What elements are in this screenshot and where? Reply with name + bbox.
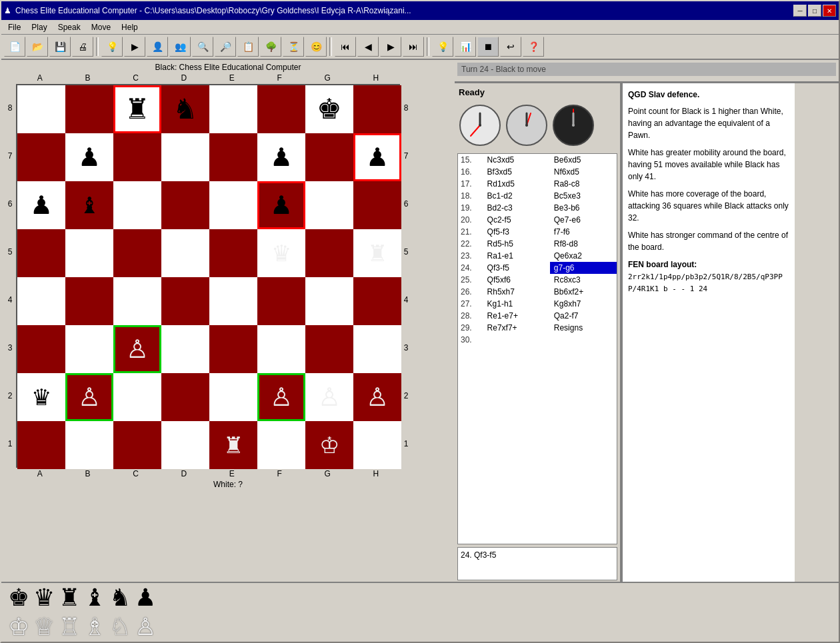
square-b3[interactable] [65,325,113,373]
move-white-17[interactable]: Rd1xd5 [483,178,550,190]
copy-button[interactable]: 📋 [237,37,259,57]
square-e1[interactable]: ♜ [209,421,257,469]
tray-black-rook[interactable]: ♜ [57,584,81,611]
tray-black-queen[interactable]: ♛ [32,584,56,611]
square-h2[interactable]: ♙ [353,373,401,421]
square-e5[interactable] [209,229,257,277]
square-b4[interactable] [65,277,113,325]
move-white-27[interactable]: Kg1-h1 [483,298,550,310]
square-g2[interactable]: ♙ [305,373,353,421]
move-white-25[interactable]: Qf5xf6 [483,274,550,286]
tray-white-bishop[interactable]: ♗ [83,614,107,640]
tray-black-king[interactable]: ♚ [7,584,31,611]
square-c6[interactable] [113,181,161,229]
square-e8[interactable] [209,85,257,133]
square-h1[interactable] [353,421,401,469]
move-white-28[interactable]: Re1-e7+ [483,310,550,322]
move-white-15[interactable]: Nc3xd5 [483,154,550,166]
stop-button[interactable]: ⏹ [477,37,499,57]
nav-first[interactable]: ⏮ [335,37,356,57]
next-move-button[interactable]: ▶ [124,37,145,57]
bulb-button[interactable]: 💡 [432,37,453,57]
undo-button[interactable]: ↩ [500,37,521,57]
menu-help[interactable]: Help [117,21,142,33]
menu-play[interactable]: Play [27,21,51,33]
square-h3[interactable] [353,325,401,373]
hint-button[interactable]: 💡 [101,37,123,57]
search2-button[interactable]: 🔎 [215,37,236,57]
menu-move[interactable]: Move [87,21,115,33]
square-b8[interactable] [65,85,113,133]
square-d2[interactable] [161,373,209,421]
tray-white-rook[interactable]: ♖ [57,614,81,640]
menu-file[interactable]: File [4,21,25,33]
move-black-19[interactable]: Be3-b6 [550,202,617,214]
move-black-17[interactable]: Ra8-c8 [550,178,617,190]
square-f8[interactable] [257,85,305,133]
square-g6[interactable] [305,181,353,229]
square-c8[interactable]: ♜ [113,85,161,133]
square-c3[interactable]: ♙ [113,325,161,373]
square-a3[interactable] [17,325,65,373]
move-black-26[interactable]: Bb6xf2+ [550,286,617,298]
square-e4[interactable] [209,277,257,325]
square-e2[interactable] [209,373,257,421]
square-f5[interactable]: ♛ [257,229,305,277]
square-a6[interactable]: ♟ [17,181,65,229]
players-button[interactable]: 👥 [169,37,191,57]
move-black-15[interactable]: Be6xd5 [550,154,617,166]
player-button[interactable]: 👤 [147,37,168,57]
move-black-18[interactable]: Bc5xe3 [550,190,617,202]
tray-white-queen[interactable]: ♕ [32,614,56,640]
square-a8[interactable] [17,85,65,133]
move-white-19[interactable]: Bd2-c3 [483,202,550,214]
face-button[interactable]: 😊 [305,37,327,57]
move-white-24[interactable]: Qf3-f5 [483,262,550,274]
square-f7[interactable]: ♟ [257,133,305,181]
tray-black-bishop[interactable]: ♝ [83,584,107,611]
square-d1[interactable] [161,421,209,469]
square-b5[interactable] [65,229,113,277]
clock-button[interactable]: ⏳ [283,37,304,57]
square-f3[interactable] [257,325,305,373]
square-e7[interactable] [209,133,257,181]
move-black-21[interactable]: f7-f6 [550,226,617,238]
square-c2[interactable] [113,373,161,421]
square-f4[interactable] [257,277,305,325]
move-black-25[interactable]: Rc8xc3 [550,274,617,286]
square-d6[interactable] [161,181,209,229]
move-black-27[interactable]: Kg8xh7 [550,298,617,310]
open-button[interactable]: 📂 [27,37,48,57]
square-g8[interactable]: ♚ [305,85,353,133]
square-b7[interactable]: ♟ [65,133,113,181]
move-white-30[interactable] [483,334,550,346]
square-a5[interactable] [17,229,65,277]
square-a4[interactable] [17,277,65,325]
minimize-button[interactable]: ─ [793,5,807,17]
maximize-button[interactable]: □ [808,5,821,17]
square-e6[interactable] [209,181,257,229]
save-button[interactable]: 💾 [49,37,71,57]
move-black-22[interactable]: Rf8-d8 [550,238,617,250]
square-c7[interactable] [113,133,161,181]
nav-prev[interactable]: ◀ [357,37,379,57]
square-h4[interactable] [353,277,401,325]
tray-white-pawn[interactable]: ♙ [133,614,157,640]
square-c4[interactable] [113,277,161,325]
square-e3[interactable] [209,325,257,373]
square-b6[interactable]: ♝ [65,181,113,229]
move-black-30[interactable] [550,334,617,346]
move-black-16[interactable]: Nf6xd5 [550,166,617,178]
move-white-23[interactable]: Ra1-e1 [483,250,550,262]
square-g3[interactable] [305,325,353,373]
square-h8[interactable] [353,85,401,133]
close-button[interactable]: ✕ [823,5,836,17]
help-button[interactable]: ❓ [523,37,544,57]
tray-black-knight[interactable]: ♞ [108,584,132,611]
move-black-28[interactable]: Qa2-f7 [550,310,617,322]
square-g1[interactable]: ♔ [305,421,353,469]
menu-speak[interactable]: Speak [54,21,85,33]
square-a2[interactable]: ♛ [17,373,65,421]
square-c5[interactable] [113,229,161,277]
square-a1[interactable] [17,421,65,469]
